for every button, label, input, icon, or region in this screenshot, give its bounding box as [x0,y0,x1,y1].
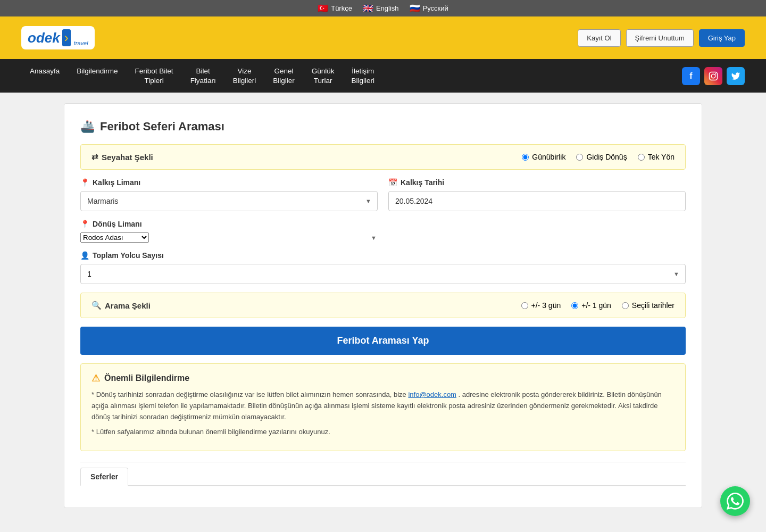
header: odek › travel Kayıt Ol Şifremi Unuttum G… [0,16,766,59]
flag-gb: 🇬🇧 [363,3,373,13]
page-title: 🚢 Feribot Seferi Araması [80,120,686,134]
search-mode-label: 🔍 Arama Şekli [91,301,151,310]
tab-seferler[interactable]: Seferler [80,468,128,486]
logo-arrow-icon: › [62,29,71,46]
main-content: 🚢 Feribot Seferi Araması ⇄ Seyahat Şekli… [64,103,702,508]
passenger-select[interactable]: 1 2 3 4 5 6 7 8 9 10 [80,264,686,284]
search-button[interactable]: Feribot Araması Yap [80,327,686,355]
twitter-icon[interactable] [727,67,745,85]
travel-mode-options: Günübirlik Gidiş Dönüş Tek Yön [522,153,675,161]
departure-select[interactable]: Marmaris Bodrum Fethiye İzmir Kuşadası [80,191,378,211]
lang-english-label: English [376,4,399,12]
travel-mode-section: ⇄ Seyahat Şekli Günübirlik Gidiş Dönüş T… [80,144,686,170]
arrows-icon: ⇄ [91,152,98,162]
calendar-icon: 📅 [388,178,397,187]
forgot-password-button[interactable]: Şifremi Unuttum [626,29,694,47]
location-icon: 📍 [80,178,89,187]
nav-prices[interactable]: BiletFiyatları [182,59,224,93]
date-group: 📅 Kalkış Tarihi [388,178,686,211]
passenger-icon: 👤 [80,251,89,260]
search-mode-secili[interactable]: Seçili tarihler [622,301,675,310]
nav-contact[interactable]: İletişimBilgileri [343,59,383,93]
lang-russian[interactable]: 🇷🇺 Русский [410,3,448,13]
passenger-label: 👤 Toplam Yolcu Sayısı [80,251,686,260]
header-buttons: Kayıt Ol Şifremi Unuttum Giriş Yap [578,29,745,47]
logo-text: odek [28,30,60,46]
notice-box: ⚠ Önemli Bilgilendirme * Dönüş tarihiniz… [80,363,686,451]
search-mode-section: 🔍 Arama Şekli +/- 3 gün +/- 1 gün Seçili… [80,293,686,318]
notice-text-2: * Lütfen safyalarımız altında bulunan ön… [91,427,675,438]
page-title-text: Feribot Seferi Araması [100,120,224,134]
search-mode-1gun[interactable]: +/- 1 gün [571,301,611,310]
return-port-select[interactable]: Rodos Adası Kos Adası Samos Midilli [80,232,149,243]
nav-info[interactable]: Bilgilendirme [68,59,126,84]
logo[interactable]: odek › travel [21,26,95,49]
departure-label: 📍 Kalkış Limanı [80,178,378,187]
nav-general[interactable]: GenelBilgiler [264,59,303,93]
warning-icon: ⚠ [91,372,100,384]
notice-title: ⚠ Önemli Bilgilendirme [91,372,675,384]
nav-ticket-types[interactable]: Feribot BiletTipleri [127,59,182,93]
logo-travel-text: travel [74,40,88,46]
date-label: 📅 Kalkış Tarihi [388,178,686,187]
lang-turkish-label: Türkçe [331,4,352,12]
lang-russian-label: Русский [423,4,448,12]
date-input[interactable] [388,191,686,211]
svg-rect-0 [710,72,718,80]
ferry-icon: 🚢 [80,120,95,134]
location-icon-2: 📍 [80,220,89,228]
nav-home[interactable]: Anasayfa [21,59,68,84]
navbar: Anasayfa Bilgilendirme Feribot BiletTipl… [0,59,766,93]
instagram-icon[interactable] [704,67,722,85]
tab-list: Seferler [80,468,686,486]
svg-point-2 [715,73,716,74]
search-icon: 🔍 [91,301,102,310]
lang-english[interactable]: 🇬🇧 English [363,3,399,13]
travel-mode-gunubirlik[interactable]: Günübirlik [522,153,565,161]
travel-mode-label: ⇄ Seyahat Şekli [91,152,153,162]
travel-mode-gidis-donus[interactable]: Gidiş Dönüş [576,153,627,161]
search-mode-3gun[interactable]: +/- 3 gün [521,301,561,310]
notice-email-link[interactable]: info@odek.com [408,390,456,398]
travel-mode-tek-yon[interactable]: Tek Yön [638,153,675,161]
social-icons: f [682,67,745,85]
flag-ru: 🇷🇺 [410,3,420,13]
notice-text-1: * Dönüş tarihinizi sonradan değiştirme o… [91,389,675,422]
facebook-icon[interactable]: f [682,67,700,85]
search-mode-options: +/- 3 gün +/- 1 gün Seçili tarihler [521,301,675,310]
whatsapp-button[interactable] [720,486,750,516]
return-port-row: 📍 Dönüş Limanı Rodos Adası Kos Adası Sam… [80,220,686,243]
login-button[interactable]: Giriş Yap [699,29,745,47]
departure-row: 📍 Kalkış Limanı Marmaris Bodrum Fethiye … [80,178,686,211]
nav-links: Anasayfa Bilgilendirme Feribot BiletTipl… [21,59,383,93]
notice-title-text: Önemli Bilgilendirme [104,373,189,383]
passenger-row: 👤 Toplam Yolcu Sayısı 1 2 3 4 5 6 7 8 9 … [80,251,686,284]
tabs-section: Seferler [80,462,686,486]
language-bar: 🇹🇷 Türkçe 🇬🇧 English 🇷🇺 Русский [0,0,766,16]
nav-daily-tours[interactable]: GünlükTurlar [303,59,343,93]
return-port-label: 📍 Dönüş Limanı [80,220,686,228]
svg-point-1 [711,74,715,78]
lang-turkish[interactable]: 🇹🇷 Türkçe [318,3,352,13]
register-button[interactable]: Kayıt Ol [578,29,620,47]
nav-visa[interactable]: VizeBilgileri [224,59,265,93]
flag-tr: 🇹🇷 [318,3,328,13]
departure-port-group: 📍 Kalkış Limanı Marmaris Bodrum Fethiye … [80,178,378,211]
